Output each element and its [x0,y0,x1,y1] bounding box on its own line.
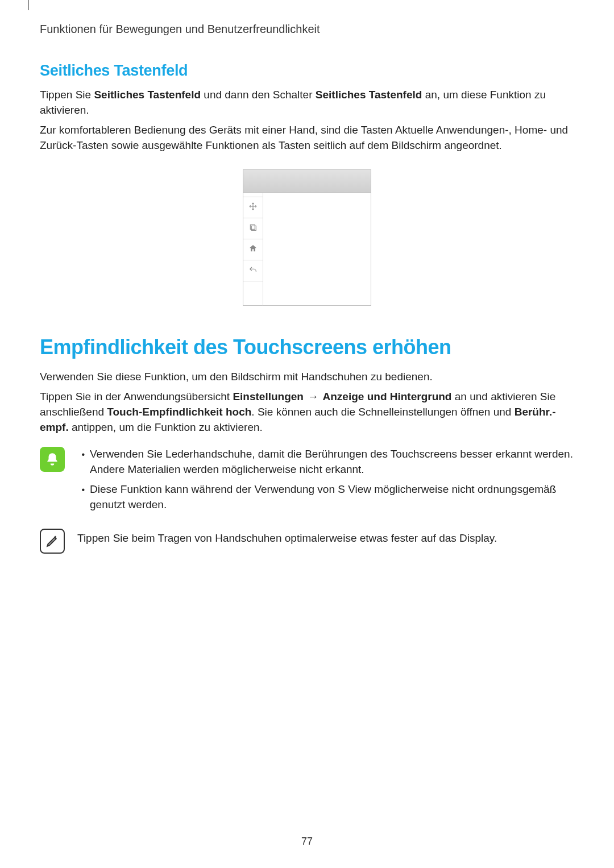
device-illustration [243,169,371,306]
note-block-info: Tippen Sie beim Tragen von Handschuhen o… [40,529,574,554]
text: und dann den Schalter [201,89,316,101]
note-list-item: Diese Funktion kann während der Verwendu… [90,482,574,513]
note-body: Verwenden Sie Lederhandschuhe, damit die… [77,447,574,517]
back-icon [248,265,258,276]
device-main-area [263,193,371,306]
side-button-back [243,260,263,281]
recent-apps-icon [248,223,258,234]
side-button-home [243,239,263,260]
section1-paragraph-2: Zur komfortableren Bedienung des Geräts … [40,123,574,153]
note-body: Tippen Sie beim Tragen von Handschuhen o… [77,529,574,546]
page-tick-mark [28,0,29,10]
bold-text: Seitliches Tastenfeld [94,89,201,101]
section-title-side-keys: Seitliches Tastenfeld [40,62,574,80]
text: Tippen Sie [40,89,94,101]
side-button-recent [243,218,263,239]
note-text: Tippen Sie beim Tragen von Handschuhen o… [77,531,574,546]
bold-text: Seitliches Tastenfeld [316,89,422,101]
move-icon [248,202,258,213]
page: Funktionen für Bewegungen und Benutzerfr… [0,0,614,868]
device-body [243,193,371,306]
side-button-move [243,197,263,218]
home-icon [248,244,258,255]
side-key-panel [243,193,263,306]
text: Tippen Sie in der Anwendungsübersicht [40,391,233,402]
arrow-text: → [304,391,323,402]
text: . Sie können auch die Schnelleinstellung… [251,406,514,418]
note-block-caution: Verwenden Sie Lederhandschuhe, damit die… [40,447,574,517]
note-list-item: Verwenden Sie Lederhandschuhe, damit die… [90,447,574,477]
device-statusbar [243,170,371,193]
running-header: Funktionen für Bewegungen und Benutzerfr… [40,23,574,36]
page-number: 77 [0,836,614,848]
note-list: Verwenden Sie Lederhandschuhe, damit die… [77,447,574,513]
section1-paragraph-1: Tippen Sie Seitliches Tastenfeld und dan… [40,88,574,118]
svg-rect-0 [250,225,255,229]
section-title-touch-sensitivity: Empfindlichkeit des Touchscreens erhöhen [40,335,574,359]
bold-text: Einstellungen [233,391,304,402]
note-pen-icon [40,529,65,554]
section2-paragraph-2: Tippen Sie in der Anwendungsübersicht Ei… [40,389,574,435]
bold-text: Touch-Empfindlichkeit hoch [107,406,251,418]
bell-icon [40,447,65,472]
bold-text: Anzeige und Hintergrund [323,391,452,402]
text: antippen, um die Funktion zu aktivieren. [69,421,263,433]
svg-rect-1 [251,226,256,230]
section2-paragraph-1: Verwenden Sie diese Funktion, um den Bil… [40,369,574,385]
